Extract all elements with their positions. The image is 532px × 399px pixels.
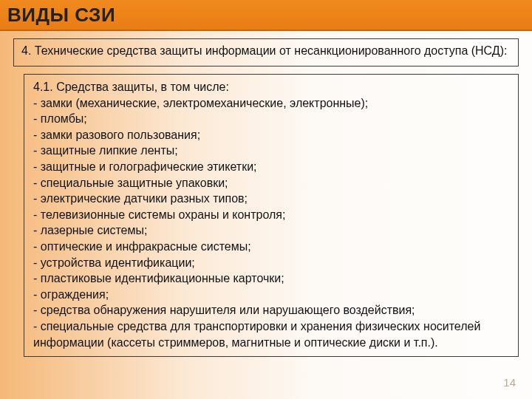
intro-box: 4. Технические средства защиты информаци… <box>13 38 519 66</box>
list-item: - лазерные системы; <box>33 222 511 239</box>
list-heading: 4.1. Средства защиты, в том числе: <box>33 79 511 95</box>
list-item: - замки (механические, электромеханическ… <box>33 95 511 112</box>
intro-text: 4. Технические средства защиты информаци… <box>21 44 511 58</box>
list-item: - защитные и голографические этикетки; <box>33 159 511 175</box>
list-item: - средства обнаружения нарушителя или на… <box>33 302 511 318</box>
list-item: - ограждения; <box>33 287 511 303</box>
list-item: - телевизионные системы охраны и контрол… <box>33 207 511 223</box>
list-item: - электрические датчики разных типов; <box>33 191 511 207</box>
content-area: 4. Технические средства защиты информаци… <box>0 31 532 357</box>
page-number: 14 <box>503 376 516 389</box>
list-item: - защитные липкие ленты; <box>33 143 511 159</box>
list-item: - замки разового пользования; <box>33 127 511 143</box>
page-title: ВИДЫ СЗИ <box>7 4 115 27</box>
title-bar: ВИДЫ СЗИ <box>0 0 532 31</box>
list-item: - специальные средства для транспортиров… <box>33 318 511 350</box>
list-item: - оптические и инфракрасные системы; <box>33 239 511 255</box>
list-item: - пломбы; <box>33 111 511 127</box>
list-item: - специальные защитные упаковки; <box>33 175 511 191</box>
list-item: - устройства идентификации; <box>33 255 511 271</box>
list-item: - пластиковые идентификационные карточки… <box>33 270 511 287</box>
list-box: 4.1. Средства защиты, в том числе: - зам… <box>24 74 519 357</box>
